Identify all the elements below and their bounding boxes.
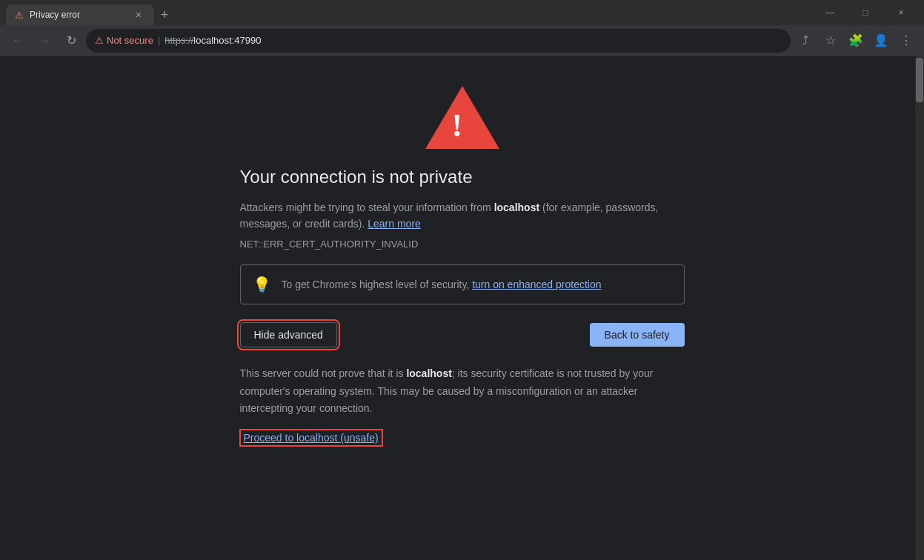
share-button[interactable]: ⤴ [794,29,817,53]
forward-button[interactable]: → [33,29,56,53]
scrollbar-thumb[interactable] [916,58,923,102]
bookmark-button[interactable]: ☆ [819,29,842,53]
error-description: Attackers might be trying to steal your … [240,199,685,233]
warning-triangle-icon: ⚠ [95,35,104,46]
toolbar: ← → ↻ ⚠ Not secure | https://localhost:4… [0,25,924,56]
enhanced-protection-link[interactable]: turn on enhanced protection [472,279,601,290]
warning-icon-wrap [240,86,685,149]
minimize-button[interactable]: — [813,0,847,25]
new-tab-button[interactable]: + [154,4,175,25]
address-host: localhost [193,35,231,46]
tab-close-button[interactable]: × [132,8,145,21]
active-tab[interactable]: ⚠ Privacy error × [6,4,154,25]
advanced-host: localhost [406,367,451,379]
window-controls: — □ × [813,0,918,25]
reload-button[interactable]: ↻ [59,29,83,53]
warning-triangle-icon [425,86,499,149]
advanced-text: This server could not prove that it is l… [240,365,685,418]
tab-title: Privacy error [30,10,126,20]
error-description-prefix: Attackers might be trying to steal your … [240,201,494,213]
extensions-button[interactable]: 🧩 [844,29,868,53]
bulb-icon: 💡 [253,276,271,293]
error-description-host: localhost [494,201,539,213]
security-box-text: To get Chrome's highest level of securit… [282,279,602,290]
menu-button[interactable]: ⋮ [894,29,918,53]
toolbar-actions: ⤴ ☆ 🧩 👤 ⋮ [794,29,918,53]
tab-warning-icon: ⚠ [15,10,24,21]
error-code: NET::ERR_CERT_AUTHORITY_INVALID [240,239,685,250]
hide-advanced-button[interactable]: Hide advanced [240,322,337,347]
scrollbar-track[interactable] [915,56,924,560]
button-row: Hide advanced Back to safety [240,322,685,347]
main-content: Your connection is not private Attackers… [0,56,924,560]
address-scheme: https:// [164,35,193,46]
error-container: Your connection is not private Attackers… [240,86,685,446]
proceed-link[interactable]: Proceed to localhost (unsafe) [240,430,382,446]
address-divider: | [158,35,160,46]
close-button[interactable]: × [884,0,918,25]
not-secure-label: ⚠ Not secure [95,35,153,46]
titlebar: ⚠ Privacy error × + — □ × [0,0,924,25]
address-url: https://localhost:47990 [164,35,261,46]
address-bar[interactable]: ⚠ Not secure | https://localhost:47990 [86,29,791,53]
learn-more-link[interactable]: Learn more [368,218,421,230]
back-button[interactable]: ← [6,29,30,53]
maximize-button[interactable]: □ [848,0,883,25]
security-box: 💡 To get Chrome's highest level of secur… [240,264,685,304]
error-title: Your connection is not private [240,167,685,187]
back-to-safety-button[interactable]: Back to safety [590,323,685,347]
tab-area: ⚠ Privacy error × + [6,0,810,25]
profile-button[interactable]: 👤 [869,29,893,53]
address-port: :47990 [232,35,262,46]
